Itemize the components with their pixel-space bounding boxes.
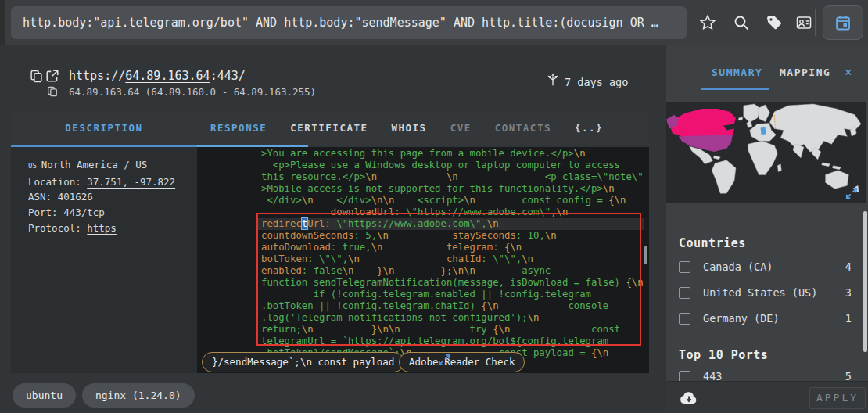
external-link-icon[interactable] <box>45 69 59 83</box>
code-line: <p>Please use a Windows desktop or lapto… <box>261 160 644 171</box>
code-line: countdownSeconds: 5,\n staySeconds: 10,\… <box>261 230 644 242</box>
field-value: 443/tcp <box>63 206 105 218</box>
field-asn: ASN: 401626 <box>28 189 197 205</box>
summary-tab-underline <box>701 88 769 90</box>
code-line: .log('Telegram notifications not configu… <box>261 312 644 324</box>
ports-heading: Top 10 Ports <box>679 348 768 362</box>
code-scrollbar[interactable] <box>644 246 647 264</box>
response-code-panel[interactable]: >You are accessing this page from a mobi… <box>197 147 649 373</box>
map-country-germany[interactable] <box>761 127 766 135</box>
code-line: >You are accessing this page from a mobi… <box>261 148 644 160</box>
cloud-download-icon[interactable] <box>679 390 699 406</box>
facet-label: Canada (CA) <box>703 260 773 273</box>
field-value[interactable]: https <box>87 222 117 234</box>
code-line: telegramUrl = `https://api.telegram.org/… <box>261 336 644 347</box>
tab-contacts[interactable]: CONTACTS <box>495 122 551 134</box>
field-value[interactable]: 37.751, -97.822 <box>87 176 175 188</box>
window-edge <box>0 0 5 45</box>
field-value: 401626 <box>58 191 93 203</box>
search-query-text: http.body:"api.telegram.org/bot" AND htt… <box>11 6 687 39</box>
facet-label: Germany (DE) <box>703 312 780 325</box>
calendar-icon <box>834 14 852 31</box>
description-tab-bar: DESCRIPTION <box>11 111 197 145</box>
os-chip-ubuntu[interactable]: ubuntu <box>13 383 76 408</box>
code-line: enabled: false\n }\n };\n\n async <box>261 265 644 277</box>
toolbar-divider <box>815 9 816 36</box>
us-flag-icon: US <box>28 162 37 170</box>
field-port: Port: 443/tcp <box>28 205 197 221</box>
sidebar-scrollbar[interactable] <box>863 211 867 352</box>
last-seen: 7 days ago <box>565 76 628 88</box>
route-fork-icon <box>546 73 560 87</box>
code-line: redirectUrl: \"https://www.adobe.com\",\… <box>261 218 644 230</box>
description-panel: USNorth America / USLocation: 37.751, -9… <box>11 147 197 373</box>
world-map[interactable] <box>666 102 866 203</box>
code-line: .botToken || !config.telegram.chatId) {\… <box>261 300 644 312</box>
sidebar-footer: APPLY <box>666 381 868 413</box>
star-icon[interactable] <box>699 14 716 31</box>
country-row-germany-de[interactable]: Germany (DE)1 <box>679 311 855 326</box>
response-code: >You are accessing this page from a mobi… <box>197 147 649 359</box>
host-detail-content: USNorth America / USLocation: 37.751, -9… <box>11 147 649 373</box>
network-range: 64.89.163.64 (64.89.160.0 - 64.89.163.25… <box>69 86 316 98</box>
code-line: autoDownload: true,\n telegram: {\n <box>261 242 644 253</box>
software-chip-nginx[interactable]: nginx (1.24.0) <box>82 383 195 408</box>
tab-summary[interactable]: SUMMARY <box>712 66 762 78</box>
search-icon[interactable] <box>733 14 750 31</box>
code-line: downloadUrl: \"https://www.adobe.com\",\… <box>261 206 644 218</box>
tab-mapping[interactable]: MAPPING <box>780 66 830 78</box>
tab-raw-json[interactable]: {..} <box>575 122 603 134</box>
field-location: Location: 37.751, -97.822 <box>28 174 197 190</box>
code-line: return;\n }\n\n try {\n const <box>261 324 644 336</box>
close-icon[interactable]: ✕ <box>845 64 852 79</box>
checkbox[interactable] <box>679 313 690 325</box>
history-calendar-button[interactable] <box>823 5 863 40</box>
code-line: </div>\n </div>\n\n <script>\n const con… <box>261 195 644 206</box>
match-chip[interactable]: }/sendMessage`;\n const payload <box>202 352 404 372</box>
expand-map-icon[interactable] <box>845 187 858 199</box>
host-url-link[interactable]: https://64.89.163.64:443/ <box>69 69 246 83</box>
tag-icon[interactable] <box>766 14 783 31</box>
country-row-canada-ca[interactable]: Canada (CA)4 <box>679 259 855 275</box>
countries-heading: Countries <box>679 236 746 250</box>
search-input[interactable]: http.body:"api.telegram.org/bot" AND htt… <box>11 6 687 39</box>
url-scheme: https:// <box>69 69 125 83</box>
field-protocol: Protocol: https <box>28 221 197 236</box>
facet-count: 3 <box>845 286 852 299</box>
match-chip[interactable]: Adobe Reader Check <box>399 352 525 372</box>
facet-count: 4 <box>845 260 852 273</box>
code-line: botToken: \"\",\n chatId: \"\",\n <box>261 253 644 265</box>
host-label-chips: ubuntu nginx (1.24.0) <box>13 383 195 408</box>
code-line: >Mobile access is not supported for this… <box>261 183 644 195</box>
url-ip[interactable]: 64.89.163.64 <box>125 69 210 83</box>
host-result-view: http.body:"api.telegram.org/bot" AND htt… <box>0 0 868 413</box>
facet-label: United States (US) <box>703 286 817 299</box>
world-map-svg <box>666 102 866 203</box>
checkbox[interactable] <box>679 261 690 273</box>
tab-whois[interactable]: WHOIS <box>392 122 427 134</box>
code-line: if (!config.telegram.enabled || !config.… <box>261 289 644 300</box>
country-row-united-states-us[interactable]: United States (US)3 <box>679 285 855 300</box>
response-tabs: RESPONSECERTIFICATEWHOISCVECONTACTS{..} <box>197 111 649 145</box>
contact-card-icon[interactable] <box>795 14 812 31</box>
search-toolbar: http.body:"api.telegram.org/bot" AND htt… <box>0 0 868 45</box>
checkbox[interactable] <box>679 287 690 299</box>
copy-icon[interactable] <box>47 86 58 97</box>
url-port: :443/ <box>210 69 246 83</box>
code-line: function sendTelegramNotification(messag… <box>261 277 644 289</box>
code-line: this resource.</p>\n \n <p class=\"note\… <box>261 171 644 183</box>
tab-response[interactable]: RESPONSE <box>210 122 267 134</box>
facet-count: 1 <box>845 312 852 325</box>
summary-sidebar: SUMMARY MAPPING ✕ <box>666 45 868 413</box>
region-row: USNorth America / US <box>28 157 197 174</box>
tab-description[interactable]: DESCRIPTION <box>65 122 142 134</box>
copy-icon[interactable] <box>30 70 43 83</box>
tab-certificate[interactable]: CERTIFICATE <box>290 122 368 134</box>
tab-cve[interactable]: CVE <box>450 122 472 134</box>
apply-button[interactable]: APPLY <box>809 387 866 409</box>
expand-code-icon[interactable] <box>438 354 450 366</box>
